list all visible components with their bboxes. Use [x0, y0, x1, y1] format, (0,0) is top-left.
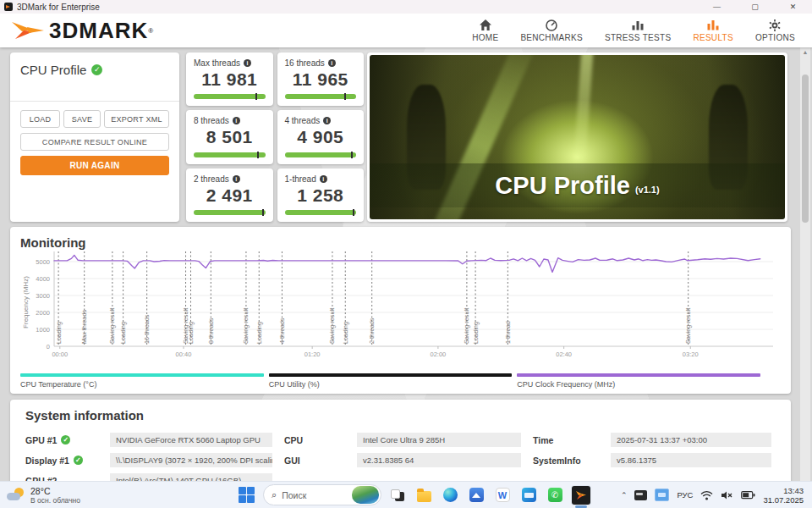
score-card-4-threads: 4 threadsi 4 905 [277, 110, 365, 163]
chart-legend: CPU Temperature (°C)CPU Utility (%)CPU C… [20, 373, 781, 389]
result-panel-title: CPU Profile ✓ [20, 63, 169, 77]
tray-expand-chevron[interactable]: ⌃ [621, 491, 628, 500]
legend-item[interactable]: CPU Clock Frequency (MHz) [517, 373, 760, 389]
score-card-16-threads: 16 threadsi 11 965 [277, 52, 365, 106]
score-value: 11 965 [285, 69, 357, 90]
file-explorer-button[interactable] [414, 485, 434, 505]
svg-text:Loading: Loading [342, 322, 349, 344]
taskbar-search[interactable]: ⌕ Поиск [263, 484, 381, 505]
home-icon [479, 19, 492, 31]
nav-options[interactable]: OPTIONS [755, 19, 795, 42]
info-icon[interactable]: i [233, 117, 240, 124]
system-info-label: Time [533, 435, 611, 445]
score-label: 16 threads [285, 58, 325, 68]
mail-icon [522, 488, 536, 502]
system-info-value: \\.\DISPLAY9 (3072 × 1920, 200% DPI scal… [110, 453, 272, 467]
w-app-button[interactable]: W [492, 485, 513, 505]
w-app-icon: W [496, 488, 510, 502]
divider [10, 101, 179, 102]
svg-text:02:40: 02:40 [556, 351, 572, 358]
start-button[interactable] [237, 485, 257, 505]
score-marker [344, 93, 346, 100]
info-icon[interactable]: i [328, 59, 336, 67]
nav-benchmarks[interactable]: BENCHMARKS [520, 19, 583, 42]
close-button[interactable]: ✕ [774, 0, 812, 14]
score-label: Max threads [194, 58, 240, 68]
weather-icon [7, 487, 25, 504]
3dmark-app-icon [4, 3, 13, 11]
check-icon: ✓ [91, 64, 102, 75]
legend-item[interactable]: CPU Temperature (°C) [20, 373, 264, 389]
run-again-button[interactable]: RUN AGAIN [20, 156, 169, 175]
svg-text:Saving result: Saving result [463, 308, 470, 344]
phone-app-button[interactable]: ✆ [545, 485, 565, 505]
nav-benchmarks-label: BENCHMARKS [520, 33, 583, 42]
score-bar [194, 210, 266, 215]
score-value: 4 905 [285, 127, 357, 147]
nav-home[interactable]: HOME [472, 19, 498, 42]
system-info-row: Display #1✓\\.\DISPLAY9 (3072 × 1920, 20… [25, 453, 272, 467]
svg-text:5000: 5000 [36, 258, 50, 266]
wifi-icon[interactable] [700, 490, 713, 500]
taskbar-clock[interactable]: 13:43 31.07.2025 [763, 486, 804, 505]
score-marker [353, 209, 354, 216]
minimize-button[interactable]: — [698, 0, 736, 14]
nav-stress-tests[interactable]: STRESS TESTS [605, 19, 671, 42]
hero-image: CPU Profile (v1.1) [370, 55, 785, 219]
load-button[interactable]: LOAD [20, 110, 60, 128]
svg-text:Loading: Loading [472, 322, 480, 344]
clock-time: 13:43 [763, 486, 804, 495]
system-info-title: System information [25, 408, 776, 422]
info-icon[interactable]: i [320, 175, 327, 183]
battery-icon[interactable] [741, 490, 755, 500]
volume-muted-icon[interactable] [721, 490, 733, 500]
system-info-label: Display #1✓ [25, 456, 110, 466]
legend-label: CPU Clock Frequency (MHz) [517, 380, 760, 389]
svg-text:01:20: 01:20 [304, 351, 321, 358]
nav-home-label: HOME [472, 33, 498, 42]
system-tray: ⌃ РУС 13:43 31.07.2025 [621, 486, 812, 505]
test-name: CPU Profile [20, 63, 86, 77]
edge-browser-button[interactable] [440, 485, 460, 505]
legend-item[interactable]: CPU Utility (%) [269, 373, 513, 389]
gear-icon [768, 19, 782, 31]
photos-app-button[interactable] [466, 485, 486, 505]
system-info-row: SystemInfov5.86.1375 [533, 453, 771, 467]
info-icon[interactable]: i [233, 175, 240, 183]
svg-text:3000: 3000 [36, 292, 50, 300]
vertical-scrollbar[interactable]: ▲ [800, 47, 810, 481]
save-button[interactable]: SAVE [63, 110, 101, 128]
score-marker [257, 152, 259, 158]
system-info-value: Intel Core Ultra 9 285H [357, 433, 521, 447]
search-daily-image[interactable] [352, 486, 379, 504]
bar-chart-icon [631, 19, 645, 31]
folder-icon [417, 491, 431, 502]
system-info-row: GPU #1✓NVIDIA GeForce RTX 5060 Laptop GP… [25, 433, 272, 447]
edge-icon [443, 488, 458, 502]
score-bar [285, 152, 357, 157]
score-label: 2 threads [194, 174, 229, 184]
maximize-button[interactable]: ▢ [736, 0, 774, 14]
3dmark-taskbar-button[interactable] [571, 485, 591, 505]
3dmark-taskbar-icon [572, 486, 590, 505]
system-info-col-left: GPU #1✓NVIDIA GeForce RTX 5060 Laptop GP… [25, 433, 272, 488]
language-indicator[interactable]: РУС [677, 490, 693, 500]
info-icon[interactable]: i [244, 59, 251, 67]
result-panel: CPU Profile ✓ LOAD SAVE EXPORT XML COMPA… [10, 52, 179, 222]
tray-device-icon[interactable] [634, 490, 647, 500]
monitoring-chart: 010002000300040005000Frequency (MHz)00:0… [20, 251, 781, 373]
export-xml-button[interactable]: EXPORT XML [104, 110, 169, 128]
info-icon[interactable]: i [323, 117, 331, 124]
weather-widget[interactable]: 28°C В осн. облачно [0, 486, 127, 505]
svg-text:Loading: Loading [255, 322, 263, 344]
nav-results[interactable]: RESULTS [693, 19, 732, 42]
tray-app-icon[interactable] [655, 489, 669, 501]
task-view-button[interactable] [387, 485, 408, 505]
svg-text:02:00: 02:00 [431, 351, 447, 358]
task-view-icon [391, 489, 404, 501]
compare-result-online-button[interactable]: COMPARE RESULT ONLINE [20, 133, 169, 151]
scrollbar-thumb[interactable] [802, 75, 809, 223]
mail-app-button[interactable] [518, 485, 539, 505]
gauge-icon [545, 19, 558, 31]
scrollbar-up-arrow[interactable]: ▲ [800, 49, 810, 55]
